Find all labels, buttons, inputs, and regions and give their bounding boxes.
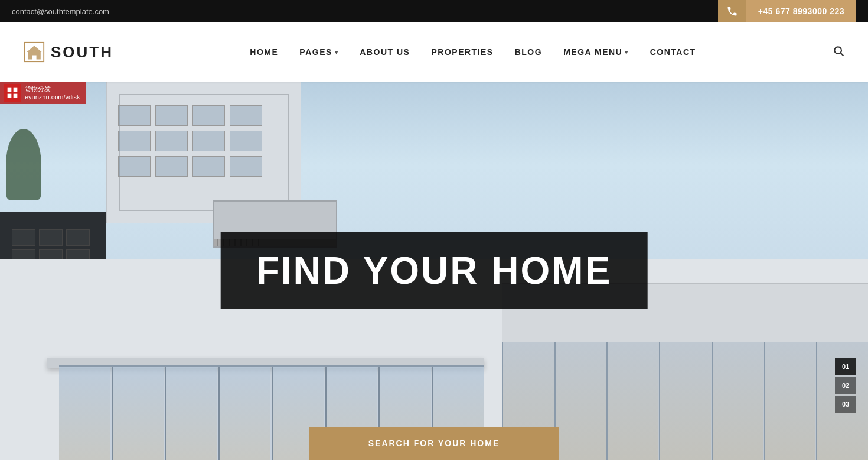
watermark-icon (6, 87, 18, 99)
logo-text: SOUTH (51, 43, 113, 61)
svg-rect-6 (8, 94, 12, 98)
nav-item-home[interactable]: HOME (250, 47, 278, 57)
navbar: SOUTH HOME PAGES ▾ ABOUT US PROPERTIES B… (0, 22, 868, 82)
megamenu-dropdown-arrow: ▾ (625, 49, 629, 56)
nav-item-contact[interactable]: CONTACT (650, 47, 696, 57)
watermark-overlay: 货物分发 eyunzhu.com/vdisk (0, 82, 86, 104)
nav-link-megamenu[interactable]: MEGA MENU ▾ (563, 47, 629, 57)
nav-item-pages[interactable]: PAGES ▾ (299, 47, 338, 57)
watermark-text: 货物分发 eyunzhu.com/vdisk (25, 85, 80, 102)
svg-point-2 (834, 47, 841, 54)
svg-marker-1 (27, 46, 41, 59)
hero-headline-text: FIND YOUR HOME (256, 249, 612, 293)
slide-dot-2[interactable]: 02 (835, 377, 856, 394)
slide-dot-3[interactable]: 03 (835, 396, 856, 413)
search-button-wrap: SEARCH FOR YOUR HOME (309, 427, 559, 460)
search-button[interactable] (833, 45, 844, 60)
top-bar: contact@southtemplate.com +45 677 899300… (0, 0, 868, 22)
svg-rect-7 (14, 94, 18, 98)
nav-links: HOME PAGES ▾ ABOUT US PROPERTIES BLOG ME… (250, 47, 696, 57)
svg-rect-4 (8, 88, 12, 92)
logo[interactable]: SOUTH (24, 41, 113, 63)
nav-link-home[interactable]: HOME (250, 47, 278, 57)
phone-number[interactable]: +45 677 8993000 223 (746, 0, 856, 22)
nav-item-properties[interactable]: PROPERTIES (431, 47, 493, 57)
search-home-button[interactable]: SEARCH FOR YOUR HOME (309, 427, 559, 460)
phone-icon (726, 5, 738, 17)
hero-section: FIND YOUR HOME 01 02 03 SEARCH FOR YOUR … (0, 82, 868, 460)
nav-right (833, 45, 844, 60)
nav-item-megamenu[interactable]: MEGA MENU ▾ (563, 47, 629, 57)
nav-link-properties[interactable]: PROPERTIES (431, 47, 493, 57)
nav-link-contact[interactable]: CONTACT (650, 47, 696, 57)
tree-left (6, 129, 41, 200)
pages-dropdown-arrow: ▾ (335, 49, 339, 56)
nav-link-about[interactable]: ABOUT US (360, 47, 410, 57)
house-icon (24, 41, 45, 63)
phone-icon-box (718, 0, 746, 22)
contact-email[interactable]: contact@southtemplate.com (12, 7, 109, 16)
top-bar-right: +45 677 8993000 223 (718, 0, 856, 22)
upper-window-grid (118, 105, 262, 177)
nav-link-blog[interactable]: BLOG (515, 47, 542, 57)
nav-item-about[interactable]: ABOUT US (360, 47, 410, 57)
slide-dot-1[interactable]: 01 (835, 358, 856, 375)
search-icon (833, 45, 844, 57)
svg-rect-5 (14, 88, 18, 92)
nav-link-pages[interactable]: PAGES ▾ (299, 47, 338, 57)
watermark-logo (4, 84, 21, 102)
slide-counter: 01 02 03 (835, 358, 856, 413)
svg-line-3 (841, 53, 844, 56)
hero-headline-box: FIND YOUR HOME (221, 232, 648, 309)
nav-item-blog[interactable]: BLOG (515, 47, 542, 57)
